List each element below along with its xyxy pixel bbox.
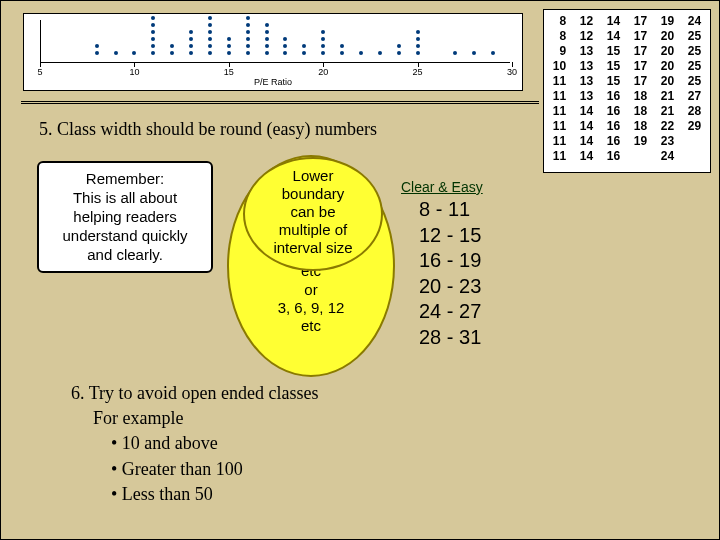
data-cell: 21 [661,89,674,104]
data-point [265,51,269,55]
data-cell: 8 [559,14,566,29]
data-point [246,51,250,55]
data-point [302,44,306,48]
data-point [378,51,382,55]
round-line: etc [235,317,387,335]
data-cell: 14 [580,119,593,134]
remember-line: and clearly. [45,245,205,264]
data-cell: 16 [607,134,620,149]
data-point [359,51,363,55]
tick-label: 10 [129,67,139,77]
data-cell: 11 [553,119,566,134]
lower-line: multiple of [249,221,377,239]
bullet-text: Greater than 100 [122,459,243,479]
data-point [151,51,155,55]
data-cell: 13 [580,74,593,89]
rule-5-heading: 5. Class width should be round (easy) nu… [39,119,377,140]
data-cell: 11 [553,149,566,164]
data-point [453,51,457,55]
data-table: 8891011111111111112121313131314141414141… [543,9,711,173]
lower-boundary-callout: Lower boundary can be multiple of interv… [243,157,383,271]
data-cell: 14 [607,29,620,44]
data-cell: 12 [580,29,593,44]
data-cell: 24 [688,14,701,29]
data-cell: 13 [580,89,593,104]
data-point [208,37,212,41]
data-cell: 16 [607,149,620,164]
data-cell: 20 [661,44,674,59]
round-line: 3, 6, 9, 12 [235,299,387,317]
clear-easy-label: Clear & Easy [401,179,483,195]
data-cell: 16 [607,89,620,104]
data-point [472,51,476,55]
tick-label: 30 [507,67,517,77]
data-point [397,44,401,48]
data-point [321,37,325,41]
data-point [321,44,325,48]
class-ranges: 8 - 1112 - 1516 - 1920 - 2324 - 2728 - 3… [419,197,481,351]
remember-line: This is all about [45,188,205,207]
data-cell: 28 [688,104,701,119]
round-line: or [235,281,387,299]
data-point [170,51,174,55]
data-cell: 24 [661,149,674,164]
data-cell: 25 [688,44,701,59]
data-point [132,51,136,55]
data-point [265,23,269,27]
rule-6-block: 6. Try to avoid open ended classes For e… [71,381,318,507]
data-cell: 23 [661,134,674,149]
data-point [416,37,420,41]
data-point [95,44,99,48]
remember-line: helping readers [45,207,205,226]
y-axis [40,20,41,62]
data-cell: 11 [553,134,566,149]
data-column: 2425252525272829 [688,14,701,168]
tick-label: 20 [318,67,328,77]
data-point [246,23,250,27]
data-cell: 22 [661,119,674,134]
data-cell: 21 [661,104,674,119]
data-point [397,51,401,55]
data-point [189,51,193,55]
data-point [416,51,420,55]
data-column: 171717171718181819 [634,14,647,168]
data-cell: 25 [688,74,701,89]
data-point [227,51,231,55]
data-point [340,51,344,55]
data-point [151,37,155,41]
data-cell: 14 [580,104,593,119]
data-cell: 19 [634,134,647,149]
pe-ratio-chart: P/E Ratio 51015202530 [23,13,523,91]
data-cell: 15 [607,59,620,74]
remember-callout: Remember: This is all about helping read… [37,161,213,273]
data-point [208,23,212,27]
bullet-item: • Greater than 100 [111,457,318,482]
tick-label: 25 [413,67,423,77]
data-cell: 20 [661,29,674,44]
data-cell: 11 [553,104,566,119]
data-cell: 11 [553,74,566,89]
data-cell: 16 [607,119,620,134]
data-point [340,44,344,48]
tick-label: 15 [224,67,234,77]
range-line: 8 - 11 [419,197,481,223]
data-point [321,51,325,55]
data-cell: 14 [580,149,593,164]
data-cell: 10 [553,59,566,74]
data-point [208,44,212,48]
data-point [321,30,325,34]
x-axis [40,62,510,63]
data-column: 12121313131314141414 [580,14,593,168]
data-cell: 18 [634,104,647,119]
range-line: 28 - 31 [419,325,481,351]
data-point [283,51,287,55]
data-point [189,44,193,48]
data-cell: 13 [580,44,593,59]
lower-line: boundary [249,185,377,203]
data-cell: 14 [580,134,593,149]
data-point [283,37,287,41]
data-point [246,30,250,34]
bullet-item: • Less than 50 [111,482,318,507]
bullet-text: 10 and above [122,433,218,453]
data-point [208,30,212,34]
